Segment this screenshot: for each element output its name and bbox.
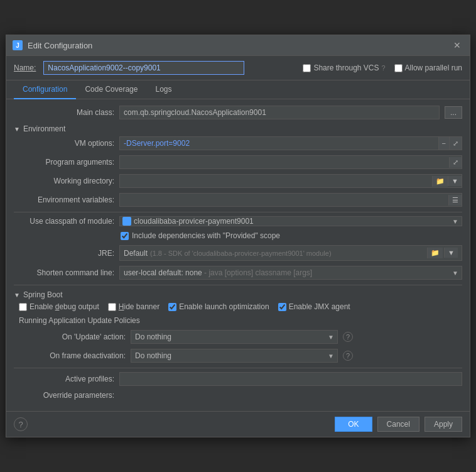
program-args-container: ⤢ (119, 155, 462, 169)
hide-banner-label: Hide banner (119, 302, 160, 311)
enable-jmx-check[interactable]: Enable JMX agent (278, 302, 350, 311)
shorten-cmd-select-container: user-local default: none - java [options… (119, 266, 462, 280)
spring-boot-collapse-arrow: ▼ (14, 292, 20, 299)
on-update-select-container: Do nothing ▼ (131, 330, 338, 344)
name-label: Name: (14, 63, 36, 72)
enable-jmx-label: Enable JMX agent (289, 302, 350, 311)
shorten-cmd-arrow[interactable]: ▼ (449, 270, 462, 277)
vm-options-label: VM options: (14, 139, 114, 148)
jre-folder-btn[interactable]: 📁 (427, 248, 443, 258)
active-profiles-input[interactable] (119, 372, 462, 386)
header-row: Name: Share through VCS ? Allow parallel… (6, 56, 470, 80)
name-input[interactable] (43, 61, 244, 75)
vm-options-input[interactable] (120, 137, 438, 150)
title-bar: J Edit Configuration ✕ (6, 35, 470, 56)
env-vars-input[interactable] (120, 194, 448, 206)
on-update-row: On 'Update' action: Do nothing ▼ ? (19, 330, 462, 344)
include-deps-row: Include dependencies with "Provided" sco… (121, 231, 462, 240)
share-vcs-label: Share through VCS (313, 63, 379, 72)
env-vars-edit-btn[interactable]: ☰ (448, 195, 462, 206)
vm-maximize-btn[interactable]: ⤢ (449, 137, 462, 150)
tab-logs[interactable]: Logs (146, 80, 180, 99)
module-icon (122, 217, 131, 226)
vm-options-container: − ⤢ (119, 136, 462, 150)
enable-launch-checkbox[interactable] (168, 303, 176, 311)
spring-boot-section: ▼ Spring Boot Enable debug output Hide b… (14, 290, 462, 363)
on-frame-help[interactable]: ? (343, 351, 353, 361)
bottom-help-button[interactable]: ? (14, 417, 28, 431)
apply-button[interactable]: Apply (425, 417, 462, 432)
close-button[interactable]: ✕ (451, 39, 463, 52)
share-vcs-help[interactable]: ? (381, 64, 385, 72)
enable-debug-checkbox[interactable] (19, 303, 27, 311)
env-vars-container: ☰ (119, 193, 462, 207)
on-update-label: On 'Update' action: (19, 332, 126, 341)
working-dir-container: 📁 ▼ (119, 174, 462, 188)
parallel-run-check[interactable]: Allow parallel run (394, 63, 462, 72)
enable-jmx-checkbox[interactable] (278, 303, 286, 311)
edit-configuration-dialog: J Edit Configuration ✕ Name: Share throu… (6, 35, 470, 437)
bottom-buttons: OK Cancel Apply (335, 417, 462, 432)
vm-options-actions: − ⤢ (438, 137, 462, 150)
tab-configuration[interactable]: Configuration (14, 80, 76, 99)
on-update-select[interactable]: Do nothing (131, 331, 325, 343)
classpath-row: Use classpath of module: cloudalibaba-pr… (14, 216, 462, 226)
program-args-expand-btn[interactable]: ⤢ (449, 157, 462, 168)
vm-options-row: VM options: − ⤢ (14, 136, 462, 150)
enable-launch-label: Enable launch optimization (179, 302, 269, 311)
enable-launch-check[interactable]: Enable launch optimization (168, 302, 269, 311)
jre-default: Default (124, 249, 148, 258)
enable-debug-label: Enable debug output (30, 302, 99, 311)
classpath-value: cloudalibaba-provicer-payment9001 (134, 217, 446, 226)
main-class-row: Main class: ... (14, 106, 462, 119)
header-checks: Share through VCS ? Allow parallel run (303, 63, 462, 72)
share-vcs-check[interactable]: Share through VCS ? (303, 63, 385, 72)
environment-section-header[interactable]: ▼ Environment (14, 124, 462, 133)
working-dir-folder-btn[interactable]: 📁 (432, 176, 448, 187)
program-args-input[interactable] (120, 156, 449, 168)
include-deps-check[interactable]: Include dependencies with "Provided" sco… (121, 231, 280, 240)
parallel-run-checkbox[interactable] (394, 64, 403, 72)
classpath-select-container: cloudalibaba-provicer-payment9001 ▼ (119, 216, 462, 226)
vm-expand-btn[interactable]: − (438, 137, 449, 150)
ok-button[interactable]: OK (335, 417, 372, 432)
running-app-section: Running Application Update Policies On '… (19, 316, 462, 363)
hide-banner-checkbox[interactable] (108, 303, 116, 311)
divider-3 (14, 368, 462, 368)
on-frame-select-container: Do nothing ▼ (131, 349, 338, 363)
shorten-cmd-label: Shorten command line: (14, 268, 114, 277)
spring-boot-header[interactable]: ▼ Spring Boot (14, 290, 462, 299)
jre-row: JRE: Default (1.8 - SDK of 'cloudalibaba… (14, 245, 462, 261)
cancel-button[interactable]: Cancel (377, 417, 419, 432)
include-deps-label: Include dependencies with "Provided" sco… (132, 231, 280, 240)
spring-boot-checks: Enable debug output Hide banner Enable l… (19, 302, 462, 311)
tab-code-coverage[interactable]: Code Coverage (76, 80, 146, 99)
main-class-input[interactable] (119, 106, 440, 119)
spring-boot-label: Spring Boot (23, 290, 63, 299)
parallel-run-label: Allow parallel run (405, 63, 462, 72)
environment-label: Environment (23, 124, 65, 133)
env-vars-label: Environment variables: (14, 195, 114, 204)
main-class-browse-btn[interactable]: ... (445, 106, 462, 119)
active-profiles-label: Active profiles: (14, 375, 114, 383)
on-update-help[interactable]: ? (343, 332, 353, 342)
on-frame-select[interactable]: Do nothing (131, 349, 325, 362)
override-params-label: Override parameters: (14, 391, 114, 400)
jre-input-container: Default (1.8 - SDK of 'cloudalibaba-prov… (119, 245, 462, 261)
program-args-row: Program arguments: ⤢ (14, 155, 462, 169)
override-params-row: Override parameters: (14, 391, 462, 400)
hide-banner-check[interactable]: Hide banner (108, 302, 160, 311)
jre-actions: 📁 ▼ (427, 248, 458, 258)
working-dir-input[interactable] (120, 175, 432, 187)
active-profiles-row: Active profiles: (14, 372, 462, 386)
share-vcs-checkbox[interactable] (303, 64, 311, 72)
include-deps-checkbox[interactable] (121, 232, 129, 240)
enable-debug-check[interactable]: Enable debug output (19, 302, 99, 311)
dialog-icon: J (13, 40, 23, 50)
classpath-dropdown-arrow[interactable]: ▼ (449, 218, 462, 225)
jre-detail: (1.8 - SDK of 'cloudalibaba-provicer-pay… (150, 250, 332, 257)
jre-dropdown-btn[interactable]: ▼ (444, 248, 458, 258)
bottom-bar: ? OK Cancel Apply (6, 411, 470, 437)
working-dir-label: Working directory: (14, 177, 114, 185)
working-dir-dropdown-btn[interactable]: ▼ (448, 176, 462, 186)
